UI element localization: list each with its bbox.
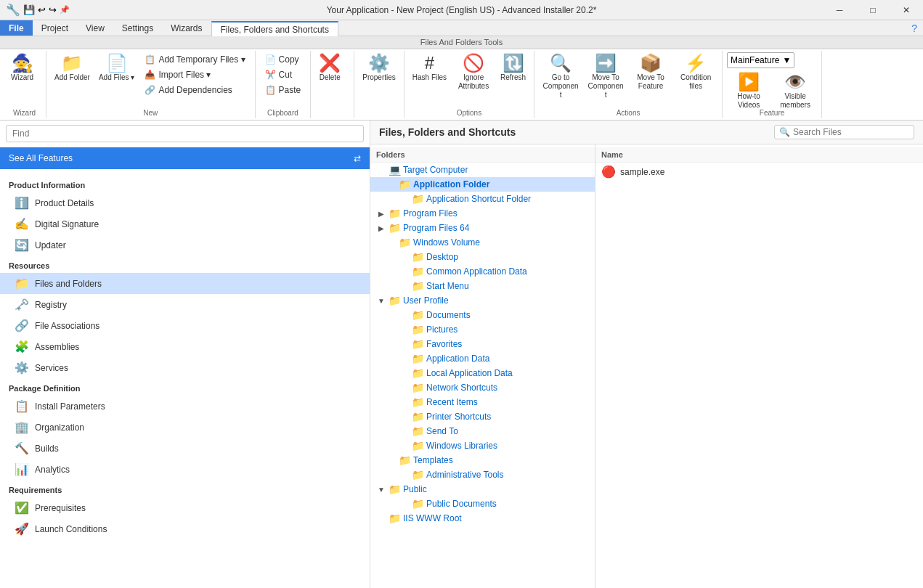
content-area: Files, Folders and Shortcuts 🔍 Folders 💻… bbox=[370, 121, 923, 588]
import-files-button[interactable]: 📥 Import Files ▾ bbox=[139, 68, 250, 82]
folder-public[interactable]: ▼ 📁 Public bbox=[370, 482, 595, 497]
services-label: Services bbox=[35, 363, 68, 373]
condition-files-button[interactable]: ⚡ Condition files bbox=[674, 52, 717, 103]
add-folder-button[interactable]: 📁 Add Folder bbox=[51, 52, 94, 103]
folder-documents[interactable]: 📁 Documents bbox=[370, 308, 595, 322]
ignore-attributes-button[interactable]: 🚫 Ignore Attributes bbox=[452, 52, 495, 103]
quick-undo[interactable]: ↩ bbox=[38, 4, 46, 15]
up-arrow[interactable]: ▼ bbox=[376, 297, 386, 305]
sidebar-item-install-params[interactable]: 📋 Install Parameters bbox=[0, 396, 370, 417]
folder-iis-www[interactable]: 📁 IIS WWW Root bbox=[370, 511, 595, 526]
menu-tab-file[interactable]: File bbox=[0, 20, 33, 36]
builds-label: Builds bbox=[35, 444, 59, 454]
folder-program-files[interactable]: ▶ 📁 Program Files bbox=[370, 206, 595, 221]
sidebar-item-file-associations[interactable]: 🔗 File Associations bbox=[0, 315, 370, 336]
folder-user-profile[interactable]: ▼ 📁 User Profile bbox=[370, 293, 595, 308]
folder-windows-libraries[interactable]: 📁 Windows Libraries bbox=[370, 438, 595, 453]
folder-network-shortcuts[interactable]: 📁 Network Shortcuts bbox=[370, 380, 595, 395]
wizard-button[interactable]: 🧙 Wizard bbox=[7, 52, 37, 103]
folder-pictures[interactable]: 📁 Pictures bbox=[370, 322, 595, 337]
properties-button[interactable]: ⚙️ Properties bbox=[359, 52, 399, 103]
copy-icon: 📄 bbox=[265, 54, 276, 65]
sidebar-item-files-folders[interactable]: 📁 Files and Folders bbox=[0, 273, 370, 294]
goto-component-button[interactable]: 🔍 Go to Component bbox=[539, 52, 582, 103]
move-to-feature-button[interactable]: 📦 Move To Feature bbox=[629, 52, 672, 103]
folder-favorites[interactable]: 📁 Favorites bbox=[370, 337, 595, 351]
hash-files-button[interactable]: # Hash Files bbox=[409, 52, 450, 103]
app-title: Your Application - New Project (English … bbox=[327, 5, 597, 15]
assemblies-icon: 🧩 bbox=[15, 340, 29, 354]
visible-members-button[interactable]: 👁️ Visible members bbox=[773, 71, 817, 107]
pub-arrow[interactable]: ▼ bbox=[376, 486, 386, 494]
folder-admin-tools[interactable]: 📁 Administrative Tools bbox=[370, 467, 595, 482]
folder-app-data[interactable]: 📁 Application Data bbox=[370, 351, 595, 366]
sidebar-item-launch-conditions[interactable]: 🚀 Launch Conditions bbox=[0, 518, 370, 539]
refresh-button[interactable]: 🔃 Refresh bbox=[497, 52, 529, 103]
quick-save[interactable]: 💾 bbox=[23, 4, 35, 15]
file-icon: 🔴 bbox=[601, 165, 616, 179]
folder-recent-items[interactable]: 📁 Recent Items bbox=[370, 395, 595, 409]
howto-button[interactable]: ▶️ How-to Videos bbox=[727, 71, 770, 107]
sidebar-item-prerequisites[interactable]: ✅ Prerequisites bbox=[0, 497, 370, 518]
folder-app-shortcut[interactable]: 📁 Application Shortcut Folder bbox=[370, 192, 595, 206]
folder-common-app-data[interactable]: 📁 Common Application Data bbox=[370, 264, 595, 279]
sidebar-item-services[interactable]: ⚙️ Services bbox=[0, 357, 370, 378]
add-temporary-button[interactable]: 📋 Add Temporary Files ▾ bbox=[139, 52, 250, 67]
minimize-button[interactable]: ─ bbox=[823, 0, 856, 20]
help-icon[interactable]: ? bbox=[911, 23, 917, 34]
sm-label: Start Menu bbox=[426, 281, 469, 291]
cad-icon: 📁 bbox=[412, 266, 424, 277]
close-button[interactable]: ✕ bbox=[890, 0, 923, 20]
menu-tab-settings[interactable]: Settings bbox=[113, 20, 162, 36]
sidebar-item-registry[interactable]: 🗝️ Registry bbox=[0, 294, 370, 315]
folder-tree: Folders 💻 Target Computer 📁 Application … bbox=[370, 144, 595, 588]
menu-bar: File Project View Settings Wizards Files… bbox=[0, 20, 923, 36]
maximize-button[interactable]: □ bbox=[856, 0, 890, 20]
launch-cond-label: Launch Conditions bbox=[35, 524, 107, 534]
hash-files-label: Hash Files bbox=[412, 73, 447, 82]
menu-tab-files[interactable]: Files, Folders and Shortcuts bbox=[211, 21, 338, 36]
see-all-features-button[interactable]: See All Features ⇄ bbox=[0, 147, 370, 169]
move-to-component-button[interactable]: ➡️ Move To Component bbox=[584, 52, 627, 103]
sidebar-item-organization[interactable]: 🏢 Organization bbox=[0, 417, 370, 438]
paste-icon: 📋 bbox=[265, 85, 276, 95]
copy-button[interactable]: 📄 Copy bbox=[260, 52, 306, 67]
files-folders-icon: 📁 bbox=[15, 277, 29, 290]
folder-desktop[interactable]: 📁 Desktop bbox=[370, 250, 595, 264]
folder-windows-volume[interactable]: 📁 Windows Volume bbox=[370, 235, 595, 250]
folder-send-to[interactable]: 📁 Send To bbox=[370, 424, 595, 438]
pf64-arrow[interactable]: ▶ bbox=[376, 224, 386, 232]
menu-tab-project[interactable]: Project bbox=[33, 20, 77, 36]
delete-button[interactable]: ❌ Delete bbox=[315, 52, 344, 103]
sidebar-item-assemblies[interactable]: 🧩 Assemblies bbox=[0, 336, 370, 357]
menu-tab-view[interactable]: View bbox=[77, 20, 113, 36]
sidebar-search-input[interactable] bbox=[6, 125, 364, 142]
quick-redo[interactable]: ↪ bbox=[49, 4, 57, 15]
folder-start-menu[interactable]: 📁 Start Menu bbox=[370, 279, 595, 293]
folder-target-computer[interactable]: 💻 Target Computer bbox=[370, 163, 595, 177]
sidebar-item-product-details[interactable]: ℹ️ Product Details bbox=[0, 192, 370, 213]
content-search-input[interactable] bbox=[793, 127, 909, 137]
sidebar-search-area bbox=[0, 121, 370, 147]
folder-program-files-64[interactable]: ▶ 📁 Program Files 64 bbox=[370, 221, 595, 235]
folder-public-documents[interactable]: 📁 Public Documents bbox=[370, 497, 595, 511]
sidebar-item-builds[interactable]: 🔨 Builds bbox=[0, 438, 370, 459]
sidebar-item-digital-signature[interactable]: ✍️ Digital Signature bbox=[0, 213, 370, 234]
add-files-button[interactable]: 📄 Add Files ▾ bbox=[95, 52, 138, 103]
folder-printer-shortcuts[interactable]: 📁 Printer Shortcuts bbox=[370, 409, 595, 424]
menu-tab-wizards[interactable]: Wizards bbox=[162, 20, 211, 36]
pf-arrow[interactable]: ▶ bbox=[376, 210, 386, 218]
cut-button[interactable]: ✂️ Cut bbox=[260, 68, 306, 82]
add-deps-button[interactable]: 🔗 Add Dependencies bbox=[139, 83, 250, 97]
app-folder-label: Application Folder bbox=[413, 179, 489, 189]
folder-local-app-data[interactable]: 📁 Local Application Data bbox=[370, 366, 595, 380]
sidebar-item-updater[interactable]: 🔄 Updater bbox=[0, 234, 370, 256]
quick-pin[interactable]: 📌 bbox=[60, 5, 70, 15]
paste-button[interactable]: 📋 Paste bbox=[260, 83, 306, 97]
folder-app-folder[interactable]: 📁 Application Folder bbox=[370, 177, 595, 192]
file-item[interactable]: 🔴 sample.exe bbox=[595, 163, 923, 181]
folder-templates[interactable]: 📁 Templates bbox=[370, 453, 595, 467]
feature-dropdown[interactable]: MainFeature ▼ bbox=[727, 52, 794, 68]
deps-icon: 🔗 bbox=[145, 85, 155, 95]
sidebar-item-analytics[interactable]: 📊 Analytics bbox=[0, 459, 370, 480]
